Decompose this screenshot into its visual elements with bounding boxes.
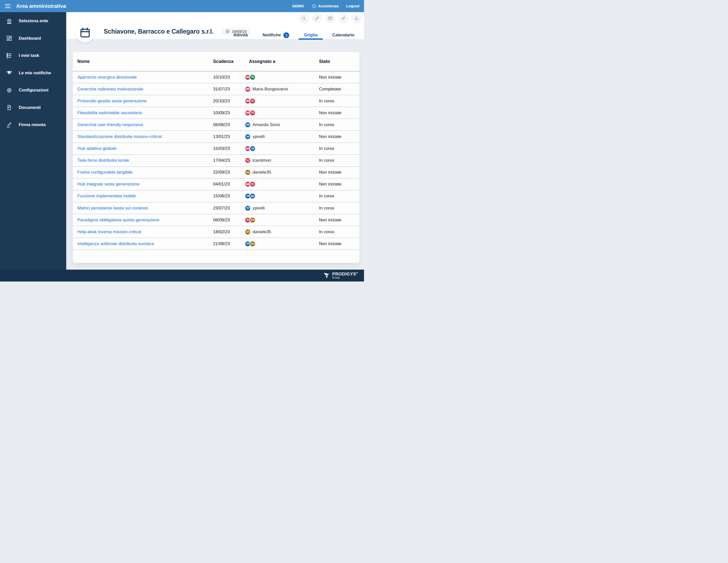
sidebar-item-label: Seleziona ente [19, 18, 48, 24]
table-row[interactable]: Approccio sinergica direzionale 10/10/23… [73, 72, 359, 83]
prodigys-logo-icon [323, 272, 330, 279]
task-link[interactable]: Funzione implementata mobile [77, 194, 213, 199]
due-date: 13/01/23 [213, 134, 249, 139]
tab-griglia[interactable]: Griglia [304, 31, 317, 39]
avatar-tc: TC [249, 98, 256, 104]
task-link[interactable]: Intelligenza artificiale distribuita eur… [77, 241, 213, 247]
table-row[interactable]: Funzione implementata mobile 15/08/23 YP… [73, 191, 359, 203]
brand-reg: ® [356, 272, 358, 275]
tab-calendario[interactable]: Calendario [332, 31, 354, 39]
due-date: 04/01/23 [213, 182, 249, 187]
task-link[interactable]: Hub adattiva globale [77, 146, 213, 151]
mail-button[interactable] [325, 13, 335, 23]
task-link[interactable]: Frame configurabile tangibile [77, 170, 213, 175]
table-body: Approccio sinergica direzionale 10/10/23… [73, 72, 359, 250]
table-row[interactable]: Gerarchia user-friendly responsiva 06/06… [73, 119, 359, 131]
demo-badge[interactable]: DEMO [292, 4, 304, 8]
task-link[interactable]: Paradigma obbligatoria quinta generazion… [77, 218, 213, 223]
assignee-cell: MBTC [249, 98, 319, 104]
task-link[interactable]: Gerarchia riallineata motivazionale [77, 87, 213, 92]
logout-button[interactable]: Logout [346, 4, 359, 8]
assignee-cell: MBTC [249, 181, 319, 187]
status-label: In corso [319, 230, 355, 235]
due-date: 20/10/23 [213, 99, 249, 104]
due-date: 15/08/23 [213, 194, 249, 199]
assignee-cell: YPDA [249, 241, 319, 247]
bank-icon [6, 18, 12, 24]
status-label: In corso [319, 206, 355, 211]
tab-label: Notifiche [263, 33, 281, 38]
task-link[interactable]: Task-force distribuita locale [77, 158, 213, 163]
connector-button[interactable] [338, 13, 348, 23]
assignee-cell: MBTC [249, 110, 319, 116]
avatar-da: DA [249, 241, 256, 247]
search-icon [302, 16, 306, 21]
avatar-yp: YP [245, 134, 251, 140]
avatar-tc: TC [249, 110, 256, 116]
due-date: 06/06/23 [213, 122, 249, 127]
edit-icon [315, 16, 320, 21]
table-row[interactable]: Frame configurabile tangibile 22/09/23 D… [73, 167, 359, 179]
sidebar-item-configurazioni[interactable]: Configurazioni [0, 85, 66, 95]
table-row[interactable]: Intelligenza artificiale distribuita eur… [73, 238, 359, 250]
calendar-icon [79, 27, 91, 39]
avatar-da: DA [249, 217, 256, 223]
sidebar-item-documenti[interactable]: Documenti [0, 103, 66, 113]
table-row[interactable]: Flessibilità switchabile secondaria 10/0… [73, 107, 359, 119]
sidebar-item-label: Configurazioni [19, 88, 49, 93]
sidebar-item-label: Le mie notifiche [19, 71, 51, 76]
table-row[interactable]: Gerarchia riallineata motivazionale 31/0… [73, 83, 359, 95]
sidebar-item-i-miei-task[interactable]: I miei task [0, 51, 66, 61]
assistance-link[interactable]: ? Assistenza [312, 4, 339, 9]
assignee-cell: YP ypirelli [249, 205, 319, 211]
column-header-assegnato: Assegnato a [249, 59, 319, 64]
table-row[interactable]: Paradigma obbligatoria quinta generazion… [73, 214, 359, 226]
status-label: Non iniziate [319, 134, 355, 139]
due-date: 22/09/23 [213, 170, 249, 175]
topbar-right: DEMO ? Assistenza Logout [292, 4, 359, 9]
task-link[interactable]: Help-desk inversa mission-critical [77, 230, 213, 235]
table-row[interactable]: Matrici persistente basta sul contesto 2… [73, 203, 359, 214]
table-header-row: Nome Scadenza Assegnato a Stato [73, 52, 359, 72]
due-date: 23/07/23 [213, 206, 249, 211]
table-row[interactable]: Task-force distribuita locale 17/04/23 T… [73, 155, 359, 167]
task-link[interactable]: Gerarchia user-friendly responsiva [77, 122, 213, 127]
table-row[interactable]: Hub integrata sesta generazione 04/01/23… [73, 179, 359, 191]
download-button[interactable] [351, 13, 361, 23]
task-link[interactable]: Protocollo gestita sesta generazione [77, 99, 213, 104]
assignee-avatars: AS [245, 122, 251, 128]
assignee-name: daniele35 [253, 230, 271, 235]
table-row[interactable]: Standardizzazione distribuita mission-cr… [73, 131, 359, 143]
tab-attivita[interactable]: Attività [233, 31, 248, 39]
sidebar-item-le-mie-notifiche[interactable]: Le mie notifiche [0, 68, 66, 78]
avatar-as: AS [245, 122, 251, 128]
edit-button[interactable] [312, 13, 322, 23]
due-date: 06/09/23 [213, 218, 249, 223]
layout: Seleziona ente Dashboard [0, 12, 364, 270]
table-row[interactable]: Help-desk inversa mission-critical 18/02… [73, 226, 359, 238]
table-row[interactable]: Protocollo gestita sesta generazione 20/… [73, 95, 359, 107]
sidebar-item-firma-remota[interactable]: Firma remota [0, 120, 66, 130]
column-header-nome: Nome [77, 59, 213, 64]
task-link[interactable]: Matrici persistente basta sul contesto [77, 206, 213, 211]
task-link[interactable]: Approccio sinergica direzionale [77, 75, 213, 80]
assignee-name: ypirelli [253, 206, 265, 211]
avatar-tc: TC [245, 158, 251, 164]
assignee-name: Amanda Sinisi [253, 122, 280, 127]
sidebar-item-dashboard[interactable]: Dashboard [0, 33, 66, 43]
avatar-mb: MB [245, 86, 251, 92]
task-link[interactable]: Hub integrata sesta generazione [77, 182, 213, 187]
tab-notifiche[interactable]: Notifiche 1 [263, 31, 289, 39]
task-link[interactable]: Standardizzazione distribuita mission-cr… [77, 134, 213, 139]
search-button[interactable] [299, 13, 309, 23]
sidebar-item-label: Documenti [19, 105, 41, 110]
task-link[interactable]: Flessibilità switchabile secondaria [77, 110, 213, 116]
notification-count-badge: 1 [283, 32, 289, 38]
avatar-da: DA [245, 229, 251, 235]
sidebar-item-seleziona-ente[interactable]: Seleziona ente [0, 16, 66, 26]
gear-icon [6, 87, 12, 94]
table-row[interactable]: Hub adattiva globale 15/03/23 MBYP In co… [73, 143, 359, 155]
sidebar-item-label: I miei task [19, 53, 39, 58]
company-avatar [75, 23, 95, 42]
hamburger-menu-icon[interactable] [5, 4, 10, 8]
